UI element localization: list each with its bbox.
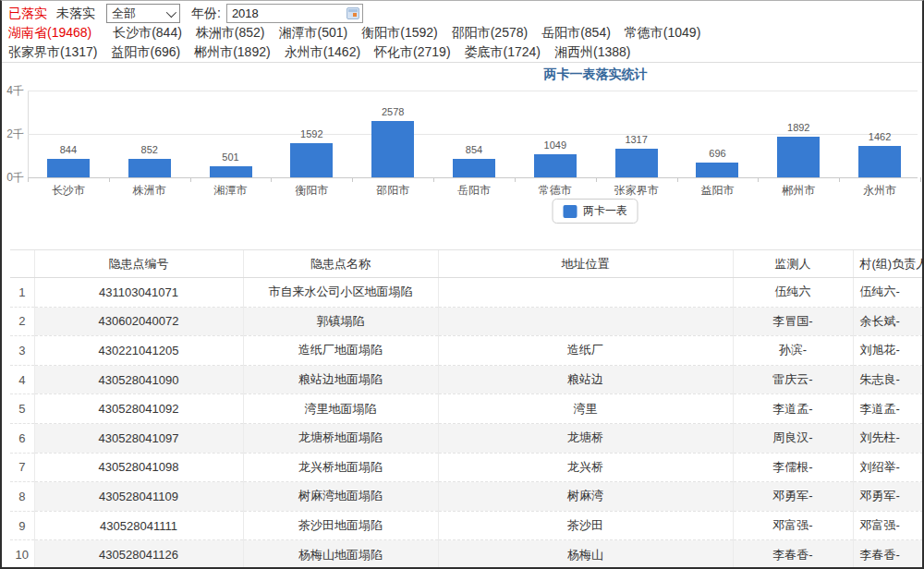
chart-bar[interactable]	[777, 137, 820, 177]
table-cell: 430528041098	[34, 453, 243, 482]
table-row: 7430528041098龙兴桥地面塌陷龙兴桥李儒根-刘绍举-	[10, 453, 923, 482]
scope-select-value: 全部	[112, 6, 136, 22]
x-axis-category-label: 永州市	[840, 183, 920, 199]
app-window: 已落实 未落实 全部 年份: 2018 湖南省(19468) 长沙市(844)株…	[0, 0, 924, 569]
link-city[interactable]: 张家界市(1317)	[8, 44, 97, 59]
chart-bar[interactable]	[858, 146, 901, 177]
x-axis-tick	[352, 177, 353, 182]
table-row: 9430528041111茶沙田地面塌陷茶沙田邓富强-邓富强-	[10, 511, 923, 540]
year-value: 2018	[232, 6, 259, 20]
link-city[interactable]: 株洲市(852)	[196, 25, 265, 40]
region-links-row1: 湖南省(19468) 长沙市(844)株洲市(852)湘潭市(501)衡阳市(1…	[8, 23, 916, 42]
link-city[interactable]: 衡阳市(1592)	[361, 25, 437, 40]
chart-bar[interactable]	[47, 159, 90, 177]
table-cell: 湾里	[438, 394, 733, 424]
bar-value-label: 501	[203, 151, 259, 163]
y-axis-tick-label: 4千	[2, 83, 24, 99]
table-row: 5430528041092湾里地面塌陷湾里李道孟-李道孟-	[10, 394, 923, 424]
row-number: 2	[10, 307, 34, 336]
table-cell: 431103041071	[34, 278, 243, 308]
table-cell: 郭镇塌陷	[243, 307, 438, 336]
scope-select[interactable]: 全部	[106, 4, 180, 23]
x-axis-tick	[839, 177, 840, 182]
chart-bar[interactable]	[453, 159, 495, 177]
table-header-row: 隐患点编号隐患点名称地址位置监测人村(组)负责人	[10, 250, 923, 278]
link-city[interactable]: 常德市(1049)	[625, 25, 700, 40]
link-city[interactable]: 湘潭市(501)	[279, 25, 348, 40]
bar-value-label: 1592	[284, 128, 339, 139]
year-input[interactable]: 2018	[226, 4, 363, 23]
hazard-table-wrap: 隐患点编号隐患点名称地址位置监测人村(组)负责人 1431103041071市自…	[10, 249, 923, 569]
row-number: 1	[10, 278, 34, 308]
row-number: 8	[10, 482, 34, 512]
table-cell: 湾里地面塌陷	[243, 394, 438, 424]
table-cell: 龙兴桥地面塌陷	[243, 453, 438, 482]
table-cell: 邓富强-	[853, 511, 923, 540]
x-axis-category-label: 郴州市	[759, 183, 839, 199]
chart-bar[interactable]	[371, 121, 414, 177]
x-axis-tick	[433, 177, 434, 182]
link-city[interactable]: 怀化市(2719)	[374, 44, 450, 59]
x-axis-tick	[28, 177, 29, 182]
y-axis-tick-label: 0千	[2, 170, 24, 186]
table-cell: 430602040072	[34, 307, 243, 336]
row-number: 3	[10, 336, 34, 366]
table-cell: 刘先柱-	[853, 423, 923, 453]
row-number: 5	[10, 394, 34, 424]
tab-implemented[interactable]: 已落实	[8, 6, 47, 22]
table-cell: 树麻湾	[438, 482, 733, 512]
link-province[interactable]: 湖南省(19468)	[8, 25, 91, 40]
region-links-row2: 张家界市(1317)益阳市(696)郴州市(1892)永州市(1462)怀化市(…	[8, 42, 916, 62]
table-cell: 430221041205	[34, 336, 243, 366]
table-cell	[438, 278, 733, 308]
x-axis-category-label: 张家界市	[596, 183, 676, 199]
x-axis-category-label: 株洲市	[109, 183, 189, 199]
chart-bar[interactable]	[290, 143, 333, 177]
table-cell: 周良汉-	[733, 423, 853, 453]
row-number: 9	[10, 511, 34, 540]
link-city[interactable]: 长沙市(844)	[113, 25, 182, 40]
chart-bar[interactable]	[534, 154, 577, 177]
table-cell: 杨梅山地面塌陷	[243, 540, 438, 569]
year-label: 年份:	[191, 6, 221, 22]
column-header: 村(组)负责人	[853, 250, 923, 278]
bar-value-label: 854	[446, 144, 502, 155]
table-cell: 430528041111	[34, 511, 243, 540]
table-cell: 李春香-	[853, 540, 923, 569]
hazard-table: 隐患点编号隐患点名称地址位置监测人村(组)负责人 1431103041071市自…	[10, 249, 923, 569]
link-city[interactable]: 娄底市(1724)	[465, 44, 541, 59]
calendar-icon[interactable]	[346, 7, 359, 19]
table-cell: 龙塘桥	[438, 423, 733, 453]
row-number: 4	[10, 365, 34, 394]
gridline	[28, 134, 918, 135]
x-axis-category-label: 邵阳市	[353, 183, 433, 199]
chart-bar[interactable]	[128, 159, 171, 177]
link-city[interactable]: 岳阳市(854)	[541, 25, 611, 40]
bar-value-label: 1892	[771, 122, 826, 133]
table-cell: 伍纯六	[733, 278, 853, 308]
link-city[interactable]: 郴州市(1892)	[194, 44, 270, 59]
table-cell: 邓勇军-	[733, 482, 853, 512]
bar-chart: 两卡一表落实统计 两卡一表 0千2千4千844长沙市852株洲市501湘潭市15…	[2, 62, 922, 223]
chart-bar[interactable]	[696, 163, 738, 177]
chart-bar[interactable]	[615, 149, 658, 177]
link-city[interactable]: 邵阳市(2578)	[452, 25, 528, 40]
table-cell: 李儒根-	[733, 453, 853, 482]
link-city[interactable]: 湘西州(1388)	[554, 44, 630, 59]
link-city[interactable]: 益阳市(696)	[111, 44, 180, 59]
column-header: 监测人	[733, 250, 853, 278]
x-axis-category-label: 岳阳市	[434, 183, 515, 199]
tab-not-implemented[interactable]: 未落实	[56, 6, 95, 22]
bar-value-label: 1049	[528, 139, 583, 151]
table-cell: 茶沙田地面塌陷	[243, 511, 438, 540]
gridline	[28, 91, 918, 91]
chart-title: 两卡一表落实统计	[543, 67, 647, 83]
chevron-down-icon	[166, 6, 176, 17]
chart-legend[interactable]: 两卡一表	[553, 199, 638, 224]
chart-bar[interactable]	[210, 166, 252, 177]
y-axis-tick-label: 2千	[2, 127, 24, 142]
row-number: 6	[10, 423, 34, 453]
table-row: 6430528041097龙塘桥地面塌陷龙塘桥周良汉-刘先柱-	[10, 423, 923, 453]
x-axis-tick	[596, 177, 597, 182]
link-city[interactable]: 永州市(1462)	[285, 44, 360, 59]
